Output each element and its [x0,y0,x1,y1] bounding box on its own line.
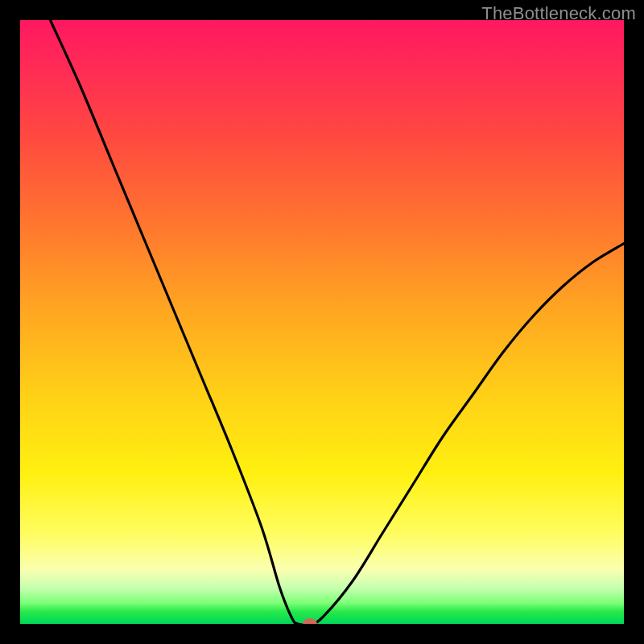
plot-area [20,20,624,624]
curve-svg [20,20,624,624]
chart-frame: TheBottleneck.com [0,0,644,644]
optimal-point-marker [303,618,317,624]
bottleneck-curve [51,20,625,624]
